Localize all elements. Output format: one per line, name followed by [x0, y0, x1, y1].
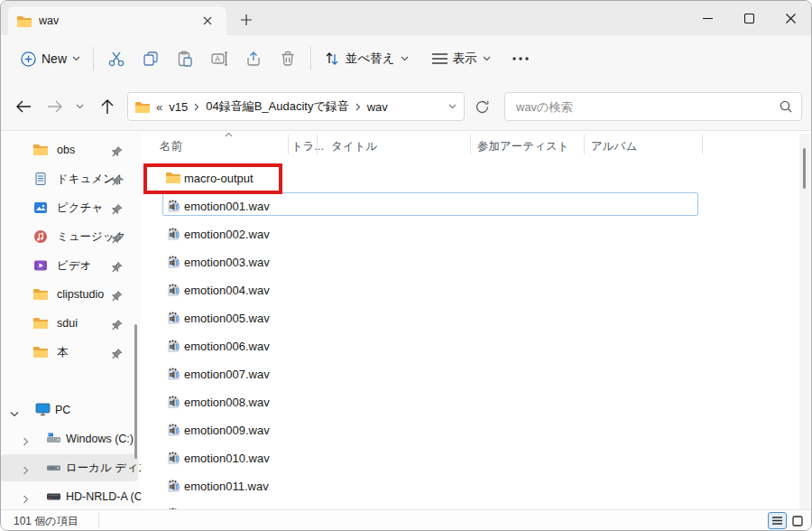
file-row-emotion011.wav[interactable]: emotion011.wav: [142, 472, 798, 500]
recent-locations-button[interactable]: [69, 93, 89, 120]
file-row-emotion003.wav[interactable]: emotion003.wav: [142, 248, 798, 276]
tab-close-icon[interactable]: [198, 11, 217, 31]
breadcrumb-item[interactable]: wav: [367, 100, 388, 114]
back-button[interactable]: [10, 93, 37, 120]
file-name: emotion005.wav: [184, 312, 270, 325]
windows-drive-icon: [46, 432, 60, 446]
close-button[interactable]: [770, 1, 811, 35]
refresh-button[interactable]: [468, 93, 495, 120]
local-disk-icon: [46, 461, 60, 475]
rename-button[interactable]: A: [202, 43, 236, 74]
breadcrumb-item[interactable]: 04録音編B_Audacityで録音: [206, 98, 349, 115]
sidebar-item-本[interactable]: 本: [1, 339, 138, 366]
chevron-right-icon: [355, 103, 361, 111]
wav-file-icon: [166, 283, 181, 298]
sidebar-item-clipstudio[interactable]: clipstudio: [1, 281, 138, 308]
sidebar-item-HD-NRLD-A-(C[interactable]: HD-NRLD-A (C: [1, 483, 138, 509]
copy-button[interactable]: [134, 43, 168, 74]
chevron-right-icon[interactable]: [23, 462, 33, 473]
chevron-right-icon: [194, 103, 199, 111]
folder-icon: [33, 143, 48, 157]
sidebar-item-label: ローカル ディスク: [66, 461, 141, 476]
paste-button[interactable]: [168, 43, 202, 74]
sort-button[interactable]: 並べ替え: [317, 45, 416, 72]
tab-title: wav: [39, 14, 198, 27]
chevron-right-icon[interactable]: [23, 491, 33, 502]
file-row-emotion005.wav[interactable]: emotion005.wav: [142, 304, 798, 332]
file-row-emotion002.wav[interactable]: emotion002.wav: [142, 220, 798, 248]
view-button[interactable]: 表示: [425, 45, 498, 72]
sidebar-item-ビデオ[interactable]: ビデオ: [1, 252, 138, 279]
forward-button[interactable]: [41, 93, 68, 120]
address-bar[interactable]: « v15 04録音編B_Audacityで録音 wav: [127, 92, 465, 121]
column-header-5[interactable]: アルバム: [591, 139, 637, 154]
pin-icon: [111, 318, 123, 330]
explorer-tab[interactable]: wav: [8, 6, 226, 35]
maximize-button[interactable]: [728, 1, 770, 35]
chevron-down-icon[interactable]: [448, 104, 457, 109]
forward-arrow-icon: [47, 100, 62, 113]
pin-icon: [111, 260, 123, 272]
file-list-scrollbar[interactable]: [799, 134, 810, 509]
sidebar-item-ドキュメント[interactable]: ドキュメント: [1, 165, 138, 192]
ellipsis-icon: [512, 57, 529, 61]
up-button[interactable]: [94, 93, 121, 120]
sidebar-scrollbar-thumb[interactable]: [134, 324, 137, 459]
file-name: emotion002.wav: [184, 228, 270, 241]
column-separator[interactable]: [288, 135, 289, 154]
sidebar-item-label: HD-NRLD-A (C: [66, 490, 141, 503]
sidebar-item-obs[interactable]: obs: [1, 136, 138, 163]
search-icon[interactable]: [780, 100, 792, 113]
more-options-button[interactable]: [505, 43, 536, 74]
share-button[interactable]: [236, 43, 271, 74]
folder-icon: [135, 101, 150, 113]
chevron-down-icon: [483, 56, 491, 61]
window-controls: [687, 1, 811, 35]
minimize-button[interactable]: [687, 1, 728, 35]
chevron-down-icon[interactable]: [10, 405, 21, 415]
new-button[interactable]: New: [14, 46, 88, 72]
svg-text:A: A: [215, 54, 220, 63]
file-row-emotion007.wav[interactable]: emotion007.wav: [142, 360, 798, 388]
breadcrumb-item[interactable]: v15: [169, 100, 188, 114]
sidebar-item-label: 本: [57, 345, 69, 360]
file-row-emotion006.wav[interactable]: emotion006.wav: [142, 332, 798, 360]
new-tab-button[interactable]: [234, 8, 259, 32]
search-input[interactable]: [514, 99, 780, 115]
column-header-2[interactable]: トラ...: [291, 139, 324, 154]
breadcrumb-overflow[interactable]: «: [156, 100, 162, 114]
details-view-button[interactable]: [768, 512, 787, 529]
sidebar-item-ミュージック[interactable]: ミュージック: [1, 223, 138, 250]
column-separator[interactable]: [702, 135, 703, 154]
sidebar-item-PC[interactable]: PC: [1, 396, 138, 424]
sidebar-item-ピクチャ[interactable]: ピクチャ: [1, 194, 138, 221]
delete-button[interactable]: [271, 43, 305, 74]
file-row-emotion010.wav[interactable]: emotion010.wav: [142, 444, 798, 472]
chevron-down-icon: [76, 104, 84, 109]
file-name: emotion007.wav: [184, 368, 270, 381]
refresh-icon: [475, 100, 489, 114]
search-box[interactable]: [504, 92, 802, 121]
file-row-emotion004.wav[interactable]: emotion004.wav: [142, 276, 798, 304]
cut-button[interactable]: [99, 43, 134, 74]
sidebar-item-label: PC: [55, 404, 70, 416]
column-separator[interactable]: [470, 135, 471, 154]
sidebar-item-Windows-(C:)[interactable]: Windows (C:): [1, 425, 138, 452]
file-row-emotion008.wav[interactable]: emotion008.wav: [142, 388, 798, 416]
sidebar-item-sdui[interactable]: sdui: [1, 310, 138, 337]
thumbnail-view-button[interactable]: [788, 512, 807, 529]
chevron-right-icon[interactable]: [23, 433, 33, 444]
column-header-4[interactable]: 参加アーティスト: [477, 139, 568, 154]
column-header-3[interactable]: タイトル: [331, 139, 377, 154]
column-separator[interactable]: [584, 135, 585, 154]
file-row-emotion001.wav[interactable]: emotion001.wav: [142, 192, 798, 220]
navigation-bar: « v15 04録音編B_Audacityで録音 wav: [1, 82, 811, 131]
column-separator[interactable]: [317, 135, 318, 154]
file-list-scrollbar-thumb[interactable]: [803, 148, 806, 189]
file-row-emotion009.wav[interactable]: emotion009.wav: [142, 416, 798, 444]
sidebar-item-ローカル-ディスク[interactable]: ローカル ディスク: [1, 454, 138, 481]
pin-icon: [111, 289, 123, 301]
column-header-1[interactable]: 名前: [160, 139, 182, 154]
details-view-icon: [772, 517, 782, 525]
trash-icon: [279, 50, 297, 68]
